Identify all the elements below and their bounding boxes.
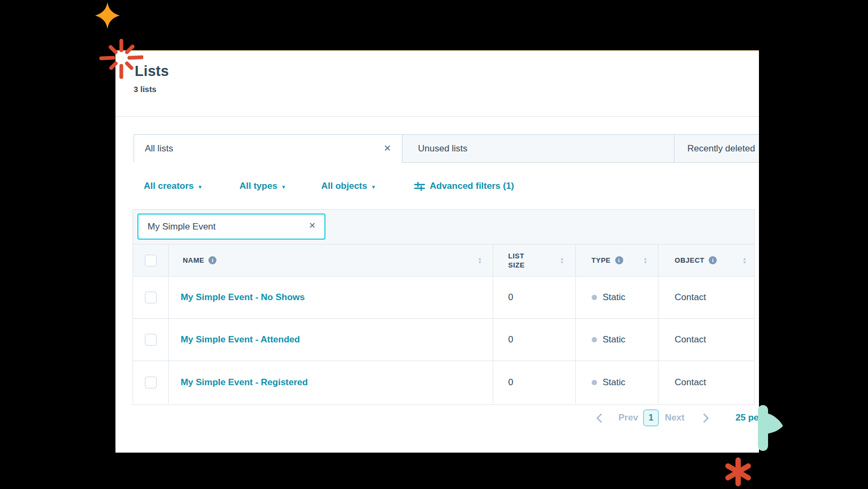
- page-title: Lists: [135, 63, 169, 80]
- static-type-dot-icon: [592, 295, 597, 300]
- cursor-shape-icon: [756, 402, 786, 454]
- chevron-down-icon: ▾: [282, 182, 285, 190]
- list-size-cell: 0: [493, 277, 576, 318]
- column-header-type[interactable]: TYPE i ▲ ▼: [576, 244, 659, 276]
- column-object-label: OBJECT: [675, 256, 704, 264]
- next-button[interactable]: Next: [665, 412, 685, 423]
- search-input[interactable]: [137, 213, 326, 240]
- current-page-button[interactable]: 1: [643, 409, 659, 426]
- name-cell: My Simple Event - Attended: [169, 319, 493, 361]
- info-icon[interactable]: i: [709, 256, 717, 264]
- type-cell: Static: [576, 277, 659, 318]
- type-value: Static: [603, 334, 626, 345]
- select-all-checkbox[interactable]: [145, 255, 157, 266]
- static-type-dot-icon: [592, 380, 597, 385]
- list-size-cell: 0: [493, 361, 576, 403]
- sort-desc-icon: ▼: [478, 261, 482, 264]
- filter-all-creators[interactable]: All creators ▾: [144, 175, 201, 197]
- row-checkbox-cell: [133, 361, 169, 403]
- tab-unused-lists[interactable]: Unused lists: [402, 134, 675, 163]
- info-icon[interactable]: i: [615, 256, 623, 264]
- name-cell: My Simple Event - Registered: [169, 361, 493, 403]
- advanced-filters-label: Advanced filters (1): [430, 181, 514, 192]
- static-type-dot-icon: [592, 337, 597, 342]
- lists-page-panel: Lists 3 lists All lists ✕ Unused lists R…: [115, 50, 759, 453]
- tab-all-lists[interactable]: All lists ✕: [134, 134, 402, 163]
- info-icon[interactable]: i: [208, 256, 216, 264]
- canvas: Lists 3 lists All lists ✕ Unused lists R…: [0, 0, 868, 489]
- type-cell: Static: [576, 361, 659, 403]
- list-name-link[interactable]: My Simple Event - Registered: [181, 377, 308, 388]
- row-checkbox[interactable]: [145, 292, 157, 303]
- column-type-label: TYPE: [592, 256, 611, 264]
- tab-recently-deleted[interactable]: Recently deleted: [674, 134, 759, 163]
- table-row: My Simple Event - Registered 0 Static Co…: [133, 361, 754, 403]
- column-header-list-size[interactable]: LIST SIZE ▲ ▼: [493, 244, 576, 276]
- filter-all-objects-label: All objects: [321, 181, 367, 192]
- tab-all-lists-label: All lists: [145, 143, 173, 154]
- advanced-filters-button[interactable]: Advanced filters (1): [414, 175, 514, 197]
- table-header-row: NAME i ▲ ▼ LIST SIZE ▲ ▼: [133, 244, 754, 277]
- chevron-down-icon: ▾: [372, 182, 375, 190]
- sort-desc-icon: ▼: [742, 261, 747, 264]
- name-cell: My Simple Event - No Shows: [169, 277, 493, 318]
- filter-all-creators-label: All creators: [144, 181, 194, 192]
- chevron-down-icon: ▾: [199, 182, 202, 190]
- sparkle-star-icon: [95, 2, 120, 29]
- pagination: Prev 1 Next: [598, 408, 708, 428]
- type-value: Static: [603, 292, 626, 303]
- object-cell: Contact: [658, 361, 754, 403]
- object-cell: Contact: [658, 319, 754, 361]
- column-list-size-label: LIST SIZE: [508, 251, 533, 270]
- search-wrap: ✕: [137, 213, 326, 240]
- sort-toggle[interactable]: ▲ ▼: [560, 257, 564, 264]
- object-cell: Contact: [658, 277, 754, 318]
- type-cell: Static: [576, 319, 659, 361]
- tab-recently-deleted-label: Recently deleted: [687, 143, 755, 154]
- filter-all-types[interactable]: All types ▾: [239, 175, 285, 197]
- lists-table-card: ✕ NAME i ▲ ▼ LIST SIZE: [133, 209, 755, 405]
- clear-search-icon[interactable]: ✕: [309, 220, 316, 231]
- sort-toggle[interactable]: ▲ ▼: [643, 257, 647, 264]
- sort-toggle[interactable]: ▲ ▼: [742, 257, 747, 264]
- header-checkbox-cell: [133, 244, 169, 276]
- filter-all-types-label: All types: [239, 181, 277, 192]
- table-row: My Simple Event - Attended 0 Static Cont…: [133, 319, 754, 361]
- row-checkbox[interactable]: [145, 377, 157, 388]
- header-divider: [115, 116, 759, 117]
- column-name-label: NAME: [183, 256, 204, 264]
- row-checkbox-cell: [133, 319, 169, 361]
- filter-bar: All creators ▾ All types ▾ All objects ▾…: [115, 175, 759, 197]
- tab-unused-lists-label: Unused lists: [418, 143, 468, 154]
- table-toolbar: ✕: [133, 210, 754, 244]
- per-page-selector[interactable]: 25 per page: [735, 408, 759, 428]
- list-count: 3 lists: [134, 85, 157, 94]
- list-name-link[interactable]: My Simple Event - No Shows: [181, 292, 305, 303]
- prev-button[interactable]: Prev: [618, 412, 638, 423]
- sort-desc-icon: ▼: [560, 261, 564, 264]
- list-size-cell: 0: [493, 319, 576, 361]
- chevron-left-icon[interactable]: [596, 413, 606, 423]
- row-checkbox[interactable]: [145, 334, 157, 346]
- column-header-object[interactable]: OBJECT i ▲ ▼: [658, 244, 754, 276]
- close-icon[interactable]: ✕: [384, 144, 391, 153]
- sliders-icon: [414, 182, 425, 191]
- list-name-link[interactable]: My Simple Event - Attended: [181, 334, 300, 345]
- asterisk-icon: [723, 456, 754, 488]
- type-value: Static: [603, 377, 626, 388]
- table-row: My Simple Event - No Shows 0 Static Cont…: [133, 277, 754, 319]
- sort-toggle[interactable]: ▲ ▼: [478, 257, 482, 264]
- filter-all-objects[interactable]: All objects ▾: [321, 175, 375, 197]
- lists-tabs: All lists ✕ Unused lists Recently delete…: [134, 134, 759, 163]
- row-checkbox-cell: [133, 277, 169, 318]
- sort-desc-icon: ▼: [643, 261, 647, 264]
- chevron-right-icon[interactable]: [699, 413, 709, 423]
- column-header-name[interactable]: NAME i ▲ ▼: [169, 244, 493, 276]
